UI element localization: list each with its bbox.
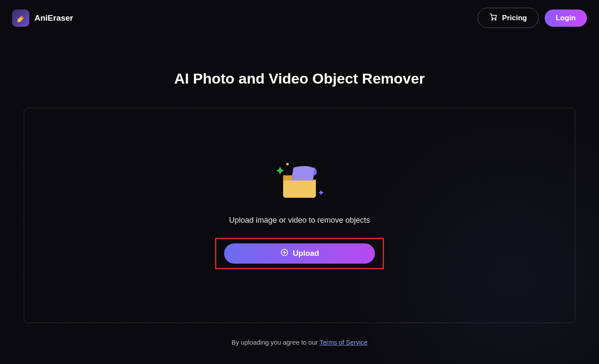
footer-note: By uploading you agree to our Terms of S… <box>0 339 599 346</box>
tos-link[interactable]: Terms of Service <box>319 339 368 346</box>
vertical-scrollbar[interactable] <box>596 0 598 364</box>
pricing-label: Pricing <box>502 14 527 22</box>
header: AniEraser Pricing Login <box>0 0 599 36</box>
brand[interactable]: AniEraser <box>12 9 73 27</box>
plus-circle-icon <box>280 248 289 259</box>
folder-illustration-icon <box>274 162 325 200</box>
login-button[interactable]: Login <box>545 9 587 27</box>
header-actions: Pricing Login <box>477 8 587 28</box>
svg-point-0 <box>492 19 493 20</box>
login-label: Login <box>556 14 576 22</box>
upload-label: Upload <box>293 249 319 258</box>
svg-point-2 <box>286 163 289 165</box>
cart-icon <box>489 12 498 23</box>
page-title: AI Photo and Video Object Remover <box>0 70 599 87</box>
svg-point-1 <box>495 19 496 20</box>
brand-name: AniEraser <box>34 13 73 23</box>
upload-dropzone[interactable]: Upload image or video to remove objects … <box>24 108 575 323</box>
drop-caption: Upload image or video to remove objects <box>229 216 370 225</box>
upload-highlight: Upload <box>215 238 384 269</box>
app-logo-icon <box>12 9 29 27</box>
pricing-button[interactable]: Pricing <box>477 8 539 28</box>
agree-prefix: By uploading you agree to our <box>231 339 319 346</box>
upload-button[interactable]: Upload <box>224 243 375 264</box>
